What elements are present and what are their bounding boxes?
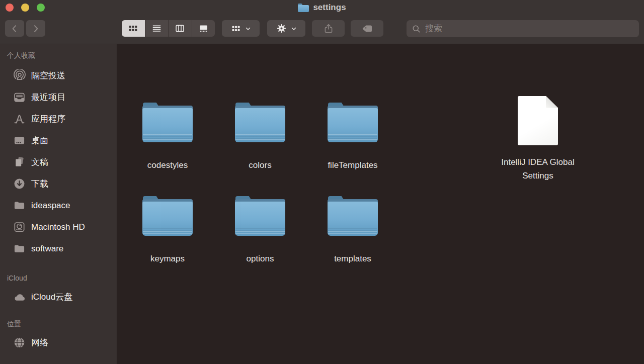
folder-icon (328, 103, 378, 142)
sidebar: 个人收藏 隔空投送 最近项目 应用程序 桌面 文稿 (0, 44, 117, 364)
sidebar-item-downloads[interactable]: 下载 (0, 173, 117, 195)
recents-icon (13, 90, 26, 104)
share-icon (323, 23, 334, 34)
favorites-list: 隔空投送 最近项目 应用程序 桌面 文稿 下载 (0, 65, 117, 259)
documents-icon (13, 155, 26, 169)
traffic-lights (6, 4, 45, 12)
item-label: codestyles (147, 158, 188, 172)
sidebar-item-ideaspace[interactable]: ideaspace (0, 195, 117, 216)
locations-list: 网络 (0, 332, 117, 353)
folder-item-templates[interactable]: templates (306, 196, 399, 265)
group-icon (231, 24, 241, 34)
folder-contents: codestyles colors fileTemplates IntelliJ… (118, 44, 644, 364)
sidebar-item-label: 文稿 (31, 156, 48, 168)
title-folder-icon (298, 4, 309, 12)
file-item-intellij-idea-global-settings[interactable]: IntelliJ IDEA Global Settings (492, 96, 584, 183)
chevron-left-icon (10, 24, 20, 34)
chevron-down-icon (245, 26, 251, 32)
list-view-button[interactable] (145, 20, 169, 37)
folder-icon (13, 242, 26, 255)
sidebar-item-recents[interactable]: 最近项目 (0, 86, 117, 108)
gallery-view-icon (198, 23, 209, 34)
icon-view-button[interactable] (122, 20, 145, 37)
sidebar-item-label: ideaspace (31, 201, 70, 211)
sidebar-section-locations: 位置 (7, 320, 21, 329)
share-button[interactable] (312, 20, 345, 37)
item-label: IntelliJ IDEA Global Settings (501, 155, 575, 183)
folder-icon (235, 103, 285, 142)
sidebar-item-icloud-drive[interactable]: iCloud云盘 (0, 286, 117, 308)
sidebar-item-label: software (31, 244, 63, 254)
titlebar: settings (0, 0, 644, 15)
item-label: keymaps (150, 252, 185, 265)
sidebar-item-label: iCloud云盘 (31, 291, 72, 303)
hard-drive-icon (13, 220, 26, 234)
item-label: fileTemplates (328, 158, 377, 172)
forward-button[interactable] (26, 20, 45, 37)
icon-view-icon (128, 23, 138, 34)
back-button[interactable] (5, 20, 24, 37)
applications-icon (13, 112, 26, 126)
folder-icon (235, 196, 285, 236)
search-input[interactable] (424, 23, 634, 34)
sidebar-item-software[interactable]: software (0, 238, 117, 259)
folder-icon (13, 199, 26, 212)
sidebar-section-favorites: 个人收藏 (7, 51, 35, 60)
folder-icon (142, 196, 193, 236)
chevron-right-icon (31, 24, 41, 34)
folder-item-keymaps[interactable]: keymaps (121, 196, 214, 265)
group-by-button[interactable] (222, 20, 260, 37)
folder-item-colors[interactable]: colors (214, 103, 306, 172)
tag-icon (361, 23, 373, 35)
page-title: settings (313, 3, 346, 13)
folder-item-options[interactable]: options (214, 196, 306, 265)
sidebar-item-label: 桌面 (31, 135, 48, 146)
item-label: templates (334, 252, 371, 265)
chevron-down-icon (291, 26, 297, 32)
minimize-button[interactable] (21, 4, 29, 12)
sidebar-item-documents[interactable]: 文稿 (0, 151, 117, 173)
search-icon (412, 24, 421, 34)
sidebar-item-label: 下载 (31, 178, 48, 190)
sidebar-item-applications[interactable]: 应用程序 (0, 108, 117, 130)
sidebar-item-network[interactable]: 网络 (0, 332, 117, 353)
sidebar-item-label: 应用程序 (31, 113, 65, 125)
desktop-icon (13, 134, 26, 147)
item-label: options (247, 252, 274, 265)
downloads-icon (13, 177, 26, 191)
maximize-button[interactable] (37, 4, 45, 12)
sidebar-item-airdrop[interactable]: 隔空投送 (0, 65, 117, 86)
icloud-icon (13, 290, 26, 304)
finder-window: settings (0, 0, 644, 364)
action-menu-button[interactable] (267, 20, 305, 37)
sidebar-item-label: 最近项目 (31, 92, 65, 103)
sidebar-item-label: 网络 (31, 337, 48, 348)
network-icon (13, 336, 26, 349)
column-view-icon (175, 23, 185, 34)
folder-item-filetemplates[interactable]: fileTemplates (306, 103, 399, 172)
folder-item-codestyles[interactable]: codestyles (121, 103, 214, 172)
gear-icon (276, 23, 287, 34)
item-label: colors (249, 158, 271, 172)
view-switcher (122, 20, 215, 37)
sidebar-section-icloud: iCloud (7, 274, 27, 282)
folder-icon (328, 196, 378, 236)
tag-button[interactable] (351, 20, 383, 37)
close-button[interactable] (6, 4, 14, 12)
list-view-icon (151, 23, 162, 34)
document-icon (518, 96, 558, 145)
airdrop-icon (13, 69, 26, 82)
sidebar-item-label: 隔空投送 (31, 70, 65, 81)
window-header: settings (0, 0, 644, 44)
folder-icon (142, 103, 193, 142)
search-field[interactable] (407, 20, 639, 37)
sidebar-item-label: Macintosh HD (31, 222, 85, 232)
icloud-list: iCloud云盘 (0, 286, 117, 308)
sidebar-item-desktop[interactable]: 桌面 (0, 130, 117, 151)
gallery-view-button[interactable] (192, 20, 215, 37)
sidebar-item-macintosh-hd[interactable]: Macintosh HD (0, 216, 117, 238)
column-view-button[interactable] (169, 20, 192, 37)
